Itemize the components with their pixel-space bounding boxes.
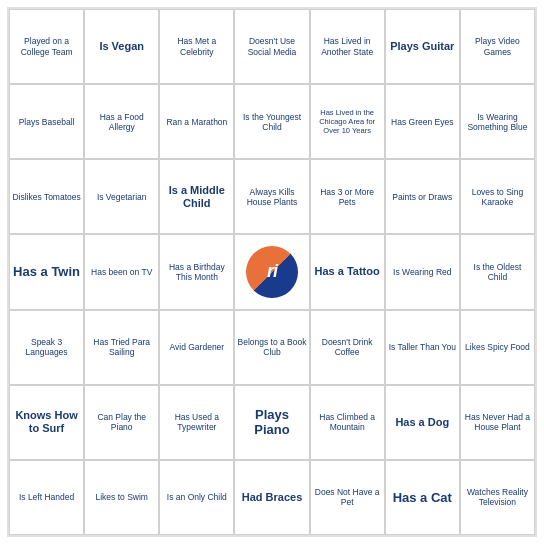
bingo-cell-15[interactable]: Is Vegetarian (84, 159, 159, 234)
bingo-cell-0[interactable]: Played on a College Team (9, 9, 84, 84)
bingo-cell-18[interactable]: Has 3 or More Pets (310, 159, 385, 234)
bingo-cell-8[interactable]: Has a Food Allergy (84, 84, 159, 159)
bingo-cell-36[interactable]: Can Play the Piano (84, 385, 159, 460)
bingo-cell-33[interactable]: Is Taller Than You (385, 310, 460, 385)
bingo-cell-13[interactable]: Is Wearing Something Blue (460, 84, 535, 159)
bingo-cell-16[interactable]: Is a Middle Child (159, 159, 234, 234)
bingo-cell-28[interactable]: Speak 3 Languages (9, 310, 84, 385)
bingo-cell-7[interactable]: Plays Baseball (9, 84, 84, 159)
bingo-cell-1[interactable]: Is Vegan (84, 9, 159, 84)
bingo-cell-5[interactable]: Plays Guitar (385, 9, 460, 84)
bingo-cell-9[interactable]: Ran a Marathon (159, 84, 234, 159)
bingo-cell-41[interactable]: Has Never Had a House Plant (460, 385, 535, 460)
bingo-cell-35[interactable]: Knows How to Surf (9, 385, 84, 460)
bingo-cell-39[interactable]: Has Climbed a Mountain (310, 385, 385, 460)
bingo-cell-46[interactable]: Does Not Have a Pet (310, 460, 385, 535)
bingo-cell-22[interactable]: Has been on TV (84, 234, 159, 309)
bingo-cell-37[interactable]: Has Used a Typewriter (159, 385, 234, 460)
bingo-cell-14[interactable]: Dislikes Tomatoes (9, 159, 84, 234)
bingo-cell-17[interactable]: Always Kills House Plants (234, 159, 309, 234)
bingo-cell-20[interactable]: Loves to Sing Karaoke (460, 159, 535, 234)
bingo-cell-25[interactable]: Has a Tattoo (310, 234, 385, 309)
bingo-cell-27[interactable]: Is the Oldest Child (460, 234, 535, 309)
bingo-cell-44[interactable]: Is an Only Child (159, 460, 234, 535)
bingo-cell-47[interactable]: Has a Cat (385, 460, 460, 535)
bingo-cell-43[interactable]: Likes to Swim (84, 460, 159, 535)
bingo-cell-2[interactable]: Has Met a Celebrity (159, 9, 234, 84)
bingo-cell-26[interactable]: Is Wearing Red (385, 234, 460, 309)
bingo-cell-29[interactable]: Has Tried Para Sailing (84, 310, 159, 385)
bingo-cell-23[interactable]: Has a Birthday This Month (159, 234, 234, 309)
bingo-cell-11[interactable]: Has Lived in the Chicago Area for Over 1… (310, 84, 385, 159)
bingo-cell-21[interactable]: Has a Twin (9, 234, 84, 309)
bingo-cell-3[interactable]: Doesn't Use Social Media (234, 9, 309, 84)
bingo-cell-6[interactable]: Plays Video Games (460, 9, 535, 84)
bingo-cell-32[interactable]: Doesn't Drink Coffee (310, 310, 385, 385)
bingo-cell-10[interactable]: Is the Youngest Child (234, 84, 309, 159)
bingo-cell-19[interactable]: Paints or Draws (385, 159, 460, 234)
bingo-cell-24[interactable]: ri (234, 234, 309, 309)
bingo-cell-30[interactable]: Avid Gardener (159, 310, 234, 385)
bingo-cell-38[interactable]: Plays Piano (234, 385, 309, 460)
bingo-cell-34[interactable]: Likes Spicy Food (460, 310, 535, 385)
bingo-board: Played on a College TeamIs VeganHas Met … (7, 7, 537, 537)
bingo-cell-48[interactable]: Watches Reality Television (460, 460, 535, 535)
bingo-cell-45[interactable]: Had Braces (234, 460, 309, 535)
bingo-cell-40[interactable]: Has a Dog (385, 385, 460, 460)
bingo-cell-12[interactable]: Has Green Eyes (385, 84, 460, 159)
bingo-cell-42[interactable]: Is Left Handed (9, 460, 84, 535)
bingo-cell-31[interactable]: Belongs to a Book Club (234, 310, 309, 385)
bingo-cell-4[interactable]: Has Lived in Another State (310, 9, 385, 84)
